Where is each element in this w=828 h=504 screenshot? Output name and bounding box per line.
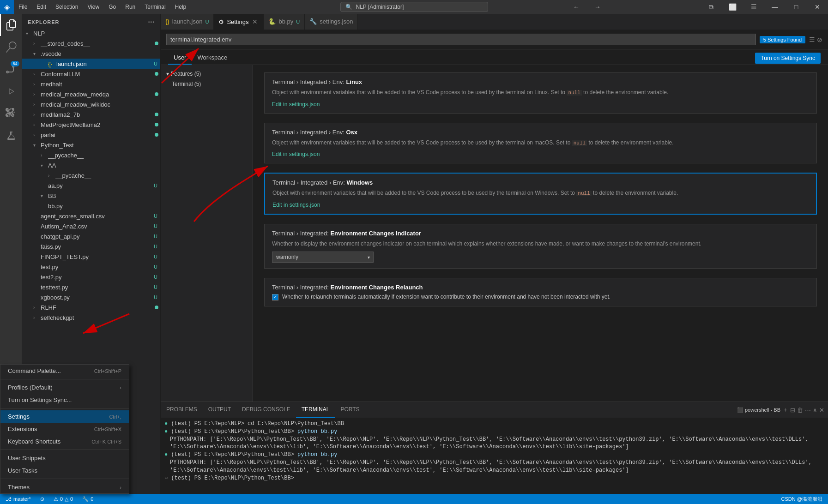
terminal-tab-problems[interactable]: PROBLEMS	[161, 402, 203, 418]
tab-settings[interactable]: ⚙ Settings ✕	[214, 14, 264, 30]
settings-nav-terminal[interactable]: Terminal (5)	[161, 79, 253, 89]
tree-aa-py[interactable]: aa.py U	[22, 180, 160, 191]
maximize-btn[interactable]: □	[786, 0, 807, 14]
nav-back-btn[interactable]: ←	[566, 0, 587, 14]
tree-faiss[interactable]: faiss.py U	[22, 241, 160, 252]
close-btn[interactable]: ✕	[807, 0, 828, 14]
tree-pycache2[interactable]: › __pycache__	[22, 170, 160, 180]
activity-explorer[interactable]	[0, 14, 22, 36]
menu-terminal[interactable]: Terminal	[140, 0, 170, 14]
settings-item-env-indicator: Terminal › Integrated: Environment Chang…	[264, 224, 817, 269]
terminal-kill-btn[interactable]: 🗑	[797, 407, 803, 414]
terminal-tab-terminal[interactable]: TERMINAL	[296, 402, 335, 418]
settings-edit-link[interactable]: Edit in settings.json	[272, 202, 320, 208]
terminal-collapse-btn[interactable]: ∧	[813, 407, 817, 414]
nav-forward-btn[interactable]: →	[587, 0, 608, 14]
menu-item-command-palette[interactable]: Command Palette... Ctrl+Shift+P	[22, 365, 129, 377]
turn-on-sync-button[interactable]: Turn on Settings Sync	[755, 53, 821, 64]
tree-stored-codes[interactable]: › __stored_codes__	[22, 38, 160, 48]
menu-help[interactable]: Help	[170, 0, 191, 14]
tree-label: ConformalLLM	[41, 71, 155, 78]
settings-select-warnonly[interactable]: off on warnonly	[272, 252, 374, 263]
panel-layout-btn[interactable]: ⬜	[722, 0, 743, 14]
settings-nav-features[interactable]: ▾ Features (5)	[161, 69, 253, 79]
tree-aa[interactable]: ▾ AA	[22, 160, 160, 170]
tree-pycache[interactable]: › __pycache__	[22, 150, 160, 160]
search-box[interactable]: 🔍 NLP [Administrator]	[340, 2, 488, 12]
settings-search-input[interactable]	[166, 34, 756, 45]
tree-xgboost[interactable]: xgboost.py U	[22, 292, 160, 302]
tree-agent-csv[interactable]: agent_scores_small.csv U	[22, 211, 160, 221]
menu-file[interactable]: File	[14, 0, 32, 14]
tree-medical-wikidoc[interactable]: › medical_meadow_wikidoc	[22, 99, 160, 109]
tree-medllama[interactable]: › medllama2_7b	[22, 109, 160, 120]
menu-item-turn-on-sync[interactable]: Turn on Settings Sync...	[22, 394, 129, 406]
activity-search[interactable]	[0, 36, 22, 58]
menu-item-profiles[interactable]: Profiles (Default) ›	[22, 381, 129, 394]
tree-medhalt[interactable]: › medhalt	[22, 79, 160, 89]
menu-go[interactable]: Go	[104, 0, 121, 14]
menu-item-extensions[interactable]: Extensions Ctrl+Shift+X	[22, 423, 129, 435]
tab-settings-json[interactable]: 🔧 settings.json	[305, 14, 358, 30]
tree-test-py[interactable]: test.py U	[22, 262, 160, 272]
clear-filter-icon[interactable]: ⊘	[817, 36, 822, 43]
checkbox-checked[interactable]: ✓	[272, 294, 278, 300]
tree-medical-medqa[interactable]: › medical_meadow_medqa	[22, 89, 160, 99]
tree-fingpt[interactable]: FINGPT_TEST.py U	[22, 252, 160, 262]
terminal-split-btn[interactable]: ⊟	[790, 407, 795, 414]
menu-item-keyboard-shortcuts[interactable]: Keyboard Shortcuts Ctrl+K Ctrl+S	[22, 435, 129, 448]
activity-run[interactable]	[0, 80, 22, 102]
status-remote[interactable]: 🔧 0	[80, 494, 95, 504]
tab-close-btn[interactable]: ✕	[251, 18, 259, 25]
status-sync[interactable]: ⊙	[38, 494, 46, 504]
tab-launch-json[interactable]: {} launch.json U	[161, 14, 214, 30]
tree-autism-csv[interactable]: Autism_Ana2.csv U	[22, 221, 160, 231]
menu-item-themes[interactable]: Themes ›	[22, 481, 129, 493]
activity-bar-btn[interactable]: ☰	[743, 0, 764, 14]
settings-edit-link[interactable]: Edit in settings.json	[272, 151, 320, 157]
settings-edit-link[interactable]: Edit in settings.json	[272, 101, 320, 108]
settings-tab-workspace[interactable]: Workspace	[192, 51, 233, 65]
filter-icon[interactable]: ☰	[809, 36, 815, 43]
activity-source-control[interactable]: 84	[0, 58, 22, 80]
tree-test2-py[interactable]: test2.py U	[22, 272, 160, 282]
split-editor-btn[interactable]: ⧉	[701, 0, 722, 14]
tree-rlhf[interactable]: › RLHF	[22, 302, 160, 312]
tree-chatgpt-api[interactable]: chatgpt_api.py U	[22, 231, 160, 241]
menu-view[interactable]: View	[83, 0, 104, 14]
menu-edit[interactable]: Edit	[32, 0, 51, 14]
tree-parlai[interactable]: › parlai	[22, 130, 160, 140]
tree-bb-py[interactable]: bb.py	[22, 201, 160, 211]
settings-tab-user[interactable]: User	[168, 51, 192, 65]
minimize-btn[interactable]: —	[764, 0, 786, 14]
terminal-add-btn[interactable]: ＋	[782, 406, 788, 414]
menu-item-settings[interactable]: Settings Ctrl+,	[22, 410, 129, 423]
tree-root-nlp[interactable]: ▾ NLP	[22, 28, 160, 38]
menu-selection[interactable]: Selection	[51, 0, 83, 14]
tree-testtest-py[interactable]: testtest.py U	[22, 282, 160, 292]
tab-bb-py[interactable]: 🐍 bb.py U	[264, 14, 305, 30]
menu-item-user-snippets[interactable]: User Snippets	[22, 452, 129, 464]
status-git-branch[interactable]: ⎇ master*	[4, 494, 33, 504]
tree-label: medllama2_7b	[41, 111, 155, 118]
status-errors[interactable]: ⚠ 0 △ 0	[52, 494, 75, 504]
tree-bb[interactable]: ▾ BB	[22, 191, 160, 201]
tree-medproject[interactable]: › MedProjectMedllama2	[22, 120, 160, 130]
tree-launch-json[interactable]: {} launch.json U	[22, 59, 160, 69]
tree-python-test[interactable]: ▾ Python_Test	[22, 140, 160, 150]
activity-extensions[interactable]	[0, 102, 22, 125]
terminal-more-btn[interactable]: ⋯	[805, 407, 811, 414]
tab-label: settings.json	[320, 18, 353, 25]
terminal-tab-output[interactable]: OUTPUT	[203, 402, 236, 418]
new-file-icon[interactable]: ⋯	[148, 18, 155, 26]
tree-selfcheckgpt[interactable]: › selfcheckgpt	[22, 312, 160, 323]
terminal-close-btn[interactable]: ✕	[819, 407, 824, 414]
tree-conformal[interactable]: › ConformalLLM	[22, 69, 160, 79]
terminal-tab-debug[interactable]: DEBUG CONSOLE	[236, 402, 296, 418]
menu-run[interactable]: Run	[121, 0, 140, 14]
menu-item-user-tasks[interactable]: User Tasks	[22, 464, 129, 477]
activity-test[interactable]	[0, 125, 22, 147]
tree-arrow: ›	[33, 102, 41, 107]
terminal-tab-ports[interactable]: PORTS	[335, 402, 365, 418]
tree-vscode[interactable]: ▾ .vscode	[22, 48, 160, 59]
